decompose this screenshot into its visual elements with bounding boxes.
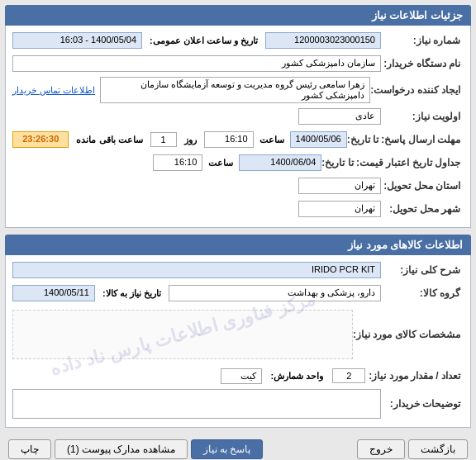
ostan-value: تهران [298, 178, 381, 194]
rooz-value[interactable] [150, 132, 177, 147]
shenashe-value: 1200003023000150 [265, 32, 381, 49]
bargasht-button[interactable]: بازگشت [408, 439, 468, 459]
moshakhasat-area: مرکز فناوری اطلاعات پارس ناد داده [12, 310, 353, 359]
mohlat-label: مهلت ارسال پاسخ: تا تاریخ: [347, 134, 464, 145]
khoroj-button[interactable]: خروج [357, 439, 405, 459]
saaat-value: 23:26:30 [12, 131, 69, 148]
nam-label: نام دستگاه خریدار: [381, 58, 464, 69]
rooz-label: روز [182, 135, 199, 145]
vahed-value: کیت [221, 368, 262, 384]
nam-value: سازمان دامپزشکی کشور [12, 55, 381, 72]
section1-body: شماره نیاز: 1200003023000150 تاریخ و ساع… [5, 26, 471, 228]
tarikh-label: تاریخ و ساعت اعلان عمومی: [147, 36, 260, 46]
row-shenashe: شماره نیاز: 1200003023000150 تاریخ و ساع… [12, 31, 464, 50]
ostan-label: استان محل تحویل: [381, 180, 464, 192]
sharh-value: IRIDO PCR KIT [12, 262, 381, 278]
tedad-label: تعداد / مقدار مورد نیاز: [369, 370, 464, 382]
tedad-value[interactable] [332, 368, 365, 383]
jadval-time-label: ساعت [206, 158, 236, 168]
row-nam: نام دستگاه خریدار: سازمان دامپزشکی کشور [12, 54, 464, 74]
section1-header: جزئیات اطلاعات نیاز [5, 5, 471, 26]
saaat-label: ساعت باقی مانده [74, 135, 145, 145]
tarikh-value: 1400/05/04 - 16:03 [12, 32, 142, 49]
jadval-date: 1400/06/04 [239, 154, 321, 171]
row-tozih: توضیحات خریدار: [12, 389, 464, 419]
row-ijad: ایجاد کننده درخواست: زهرا سامعی رئیس گرو… [12, 77, 464, 103]
moshahedeh-button[interactable]: مشاهده مدارک پیوست (1) [55, 439, 188, 459]
button-bar: بازگشت خروج پاسخ به نیاز مشاهده مدارک پی… [5, 434, 471, 460]
goroh-tarikh-label: تاریخ نیاز به کالا: [100, 288, 164, 299]
section2-header: اطلاعات کالاهای مورد نیاز [5, 235, 471, 255]
owliyat-value: عادی [298, 108, 381, 125]
row-moshakhasat: مشخصات کالای مورد نیاز: مرکز فناوری اطلا… [12, 306, 464, 363]
shenashe-label: شماره نیاز: [381, 35, 464, 46]
row-owliyat: اولویت نیاز: عادی [12, 107, 464, 126]
row-mohlat: مهلت ارسال پاسخ: تا تاریخ: 1400/05/06 سا… [12, 130, 464, 149]
mohlat-time-label: ساعت [257, 135, 287, 145]
goroh-tarikh-value: 1400/05/11 [12, 285, 95, 301]
mohlat-date: 1400/05/06 [290, 131, 347, 148]
row-ostan: استان محل تحویل: تهران [12, 176, 464, 196]
ijad-value: زهرا سامعی رئیس گروه مدیریت و توسعه آزما… [100, 77, 370, 103]
btn-group-right: پاسخ به نیاز مشاهده مدارک پیوست (1) چاپ [8, 439, 263, 459]
vahed-label: واحد شمارش: [269, 371, 326, 382]
section2-body: شرح کلی نیاز: IRIDO PCR KIT گروه کالا: د… [5, 255, 471, 428]
goroh-label: گروه کالا: [381, 287, 464, 299]
ijad-label: ایجاد کننده درخواست: [370, 84, 464, 96]
row-goroh: گروه کالا: دارو، پزشکی و بهداشت تاریخ نی… [12, 283, 464, 303]
row-shahr: شهر محل تحویل: تهران [12, 199, 464, 219]
mohlat-time: 16:10 [204, 131, 254, 148]
goroh-value: دارو، پزشکی و بهداشت [169, 285, 381, 301]
btn-group-left: بازگشت خروج [357, 439, 468, 459]
jadval-label: جداول تاریخ اعتبار قیمت: تا تاریخ: [321, 157, 464, 168]
owliyat-label: اولویت نیاز: [381, 111, 464, 122]
tozih-label: توضیحات خریدار: [381, 398, 464, 410]
row-tedad: تعداد / مقدار مورد نیاز: واحد شمارش: کیت [12, 366, 464, 386]
jadval-time: 16:10 [153, 154, 202, 171]
section2-title: اطلاعات کالاهای مورد نیاز [348, 239, 463, 251]
sharh-label: شرح کلی نیاز: [381, 264, 464, 276]
moshakhasat-label: مشخصات کالای مورد نیاز: [353, 329, 464, 340]
info-link[interactable]: اطلاعات تماس خریدار [12, 85, 95, 96]
tozih-textarea[interactable] [12, 389, 381, 419]
section1-title: جزئیات اطلاعات نیاز [372, 9, 463, 21]
pasokh-button[interactable]: پاسخ به نیاز [191, 439, 264, 459]
shahr-label: شهر محل تحویل: [381, 203, 464, 215]
chap-button[interactable]: چاپ [8, 439, 51, 459]
row-jadval: جداول تاریخ اعتبار قیمت: تا تاریخ: 1400/… [12, 153, 464, 173]
shahr-value: تهران [298, 201, 381, 217]
row-sharh: شرح کلی نیاز: IRIDO PCR KIT [12, 260, 464, 280]
